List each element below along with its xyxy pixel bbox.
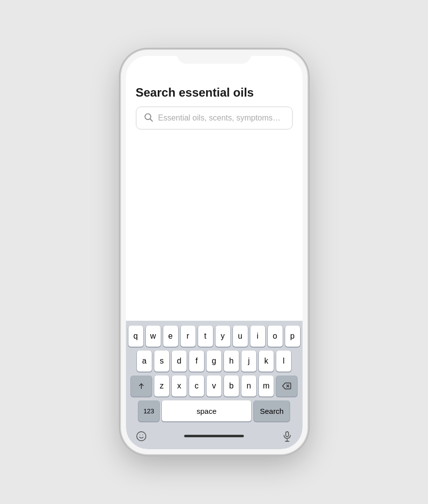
key-x[interactable]: x xyxy=(172,376,187,396)
key-y[interactable]: y xyxy=(215,326,230,347)
backspace-key[interactable] xyxy=(276,376,297,396)
key-s[interactable]: s xyxy=(154,351,169,372)
key-p[interactable]: p xyxy=(285,326,300,347)
search-icon xyxy=(143,112,153,124)
key-r[interactable]: r xyxy=(181,326,196,347)
keyboard-bottom xyxy=(127,425,301,446)
svg-rect-8 xyxy=(286,432,289,437)
key-f[interactable]: f xyxy=(189,351,204,372)
key-g[interactable]: g xyxy=(207,351,221,372)
search-key[interactable]: Search xyxy=(254,400,290,421)
key-k[interactable]: k xyxy=(259,351,274,372)
keyboard-row-4: 123 space Search xyxy=(127,400,301,421)
key-j[interactable]: j xyxy=(241,351,256,372)
key-u[interactable]: u xyxy=(233,326,248,347)
keyboard-row-3: z x c v b n m xyxy=(127,376,301,396)
mic-key[interactable] xyxy=(278,427,296,445)
key-b[interactable]: b xyxy=(224,376,239,396)
key-o[interactable]: o xyxy=(268,326,283,347)
key-v[interactable]: v xyxy=(207,376,221,396)
svg-point-5 xyxy=(136,432,145,441)
key-m[interactable]: m xyxy=(259,376,274,396)
key-z[interactable]: z xyxy=(154,376,169,396)
emoji-key[interactable] xyxy=(132,427,150,445)
key-e[interactable]: e xyxy=(163,326,178,347)
screen-content: Search essential oils xyxy=(126,56,303,321)
key-l[interactable]: l xyxy=(276,351,291,372)
space-key[interactable]: space xyxy=(162,400,251,421)
key-h[interactable]: h xyxy=(224,351,239,372)
phone-frame: Search essential oils q w e r t xyxy=(121,50,308,454)
search-bar[interactable] xyxy=(136,107,293,129)
home-indicator xyxy=(184,435,244,437)
keyboard: q w e r t y u i o p a s d f g h j k xyxy=(126,321,303,449)
key-c[interactable]: c xyxy=(189,376,204,396)
numbers-key[interactable]: 123 xyxy=(138,400,159,421)
shift-key[interactable] xyxy=(131,376,152,396)
key-q[interactable]: q xyxy=(128,326,143,347)
key-n[interactable]: n xyxy=(241,376,256,396)
search-input[interactable] xyxy=(158,114,285,123)
svg-line-1 xyxy=(150,119,152,122)
keyboard-row-2: a s d f g h j k l xyxy=(127,351,301,372)
keyboard-row-1: q w e r t y u i o p xyxy=(127,326,301,347)
key-d[interactable]: d xyxy=(172,351,187,372)
screen: Search essential oils q w e r t xyxy=(126,56,303,449)
key-w[interactable]: w xyxy=(146,326,161,347)
page-title: Search essential oils xyxy=(136,86,293,100)
key-i[interactable]: i xyxy=(250,326,265,347)
key-a[interactable]: a xyxy=(137,351,152,372)
notch xyxy=(177,50,251,64)
key-t[interactable]: t xyxy=(198,326,213,347)
